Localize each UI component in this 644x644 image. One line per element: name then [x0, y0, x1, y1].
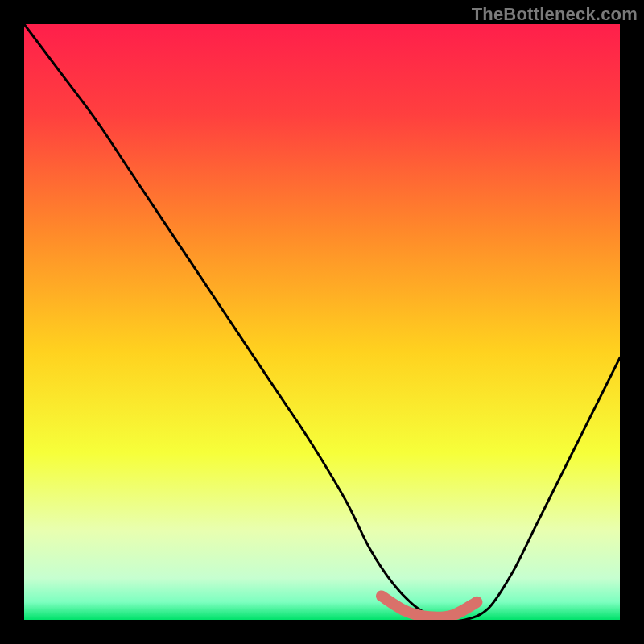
watermark-text: TheBottleneck.com — [472, 4, 638, 25]
gradient-background — [24, 24, 620, 620]
bottleneck-chart — [24, 24, 620, 620]
chart-frame — [24, 24, 620, 620]
